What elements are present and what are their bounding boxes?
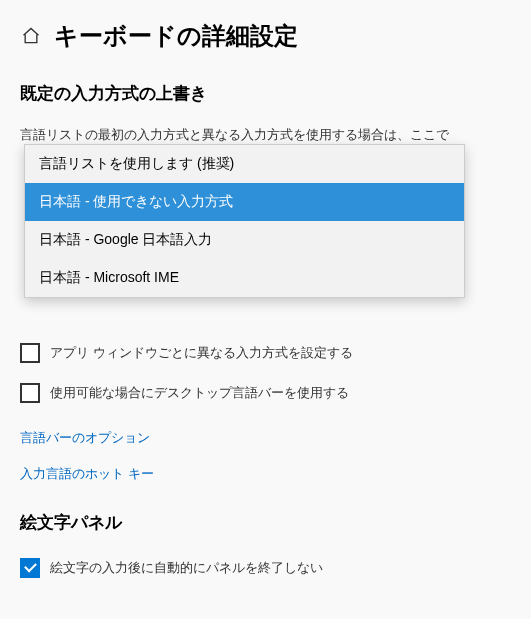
override-heading: 既定の入力方式の上書き — [20, 82, 511, 105]
input-hotkeys-link[interactable]: 入力言語のホット キー — [20, 465, 511, 483]
checkbox-per-app-window[interactable]: アプリ ウィンドウごとに異なる入力方式を設定する — [20, 343, 511, 363]
checkbox-label: 使用可能な場合にデスクトップ言語バーを使用する — [50, 384, 349, 402]
checkbox-label: アプリ ウィンドウごとに異なる入力方式を設定する — [50, 344, 353, 362]
override-description: 言語リストの最初の入力方式と異なる入力方式を使用する場合は、ここで — [20, 125, 511, 145]
emoji-panel-section: 絵文字パネル 絵文字の入力後に自動的にパネルを終了しない — [20, 511, 511, 578]
checkbox-box — [20, 383, 40, 403]
dropdown-option-microsoft-ime[interactable]: 日本語 - Microsoft IME — [25, 259, 464, 297]
checkbox-label: 絵文字の入力後に自動的にパネルを終了しない — [50, 559, 323, 577]
dropdown-option-google-ime[interactable]: 日本語 - Google 日本語入力 — [25, 221, 464, 259]
emoji-panel-heading: 絵文字パネル — [20, 511, 511, 534]
page-header: キーボードの詳細設定 — [20, 20, 511, 52]
checkbox-section: アプリ ウィンドウごとに異なる入力方式を設定する 使用可能な場合にデスクトップ言… — [20, 343, 511, 483]
dropdown-option-unavailable[interactable]: 日本語 - 使用できない入力方式 — [25, 183, 464, 221]
checkbox-box-checked — [20, 558, 40, 578]
checkbox-box — [20, 343, 40, 363]
home-icon[interactable] — [20, 25, 42, 47]
checkbox-emoji-autoclose[interactable]: 絵文字の入力後に自動的にパネルを終了しない — [20, 558, 511, 578]
dropdown-option-recommended[interactable]: 言語リストを使用します (推奨) — [25, 145, 464, 183]
page-title: キーボードの詳細設定 — [54, 20, 298, 52]
input-method-dropdown[interactable]: 言語リストを使用します (推奨) 日本語 - 使用できない入力方式 日本語 - … — [24, 144, 465, 298]
override-section: 既定の入力方式の上書き 言語リストの最初の入力方式と異なる入力方式を使用する場合… — [20, 82, 511, 145]
checkbox-desktop-langbar[interactable]: 使用可能な場合にデスクトップ言語バーを使用する — [20, 383, 511, 403]
langbar-options-link[interactable]: 言語バーのオプション — [20, 429, 511, 447]
